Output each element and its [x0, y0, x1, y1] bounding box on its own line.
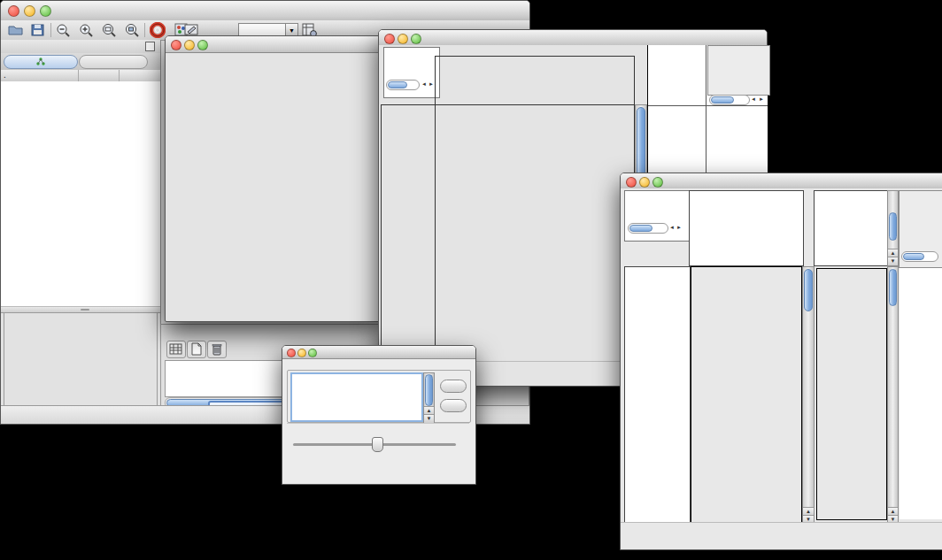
attribute-list-scrollbar[interactable]: ▲ ▼ — [423, 372, 435, 424]
tv2-rowlabel-vscrollbar[interactable]: ▲ ▼ — [887, 266, 899, 525]
save-icon[interactable] — [30, 23, 46, 37]
control-panel: . — [1, 40, 161, 406]
tv2-zoom-heatmap[interactable] — [816, 268, 887, 520]
tv2-usage-hints-panel — [899, 190, 942, 268]
control-panel-tabs — [1, 53, 160, 71]
treeview1-titlebar[interactable] — [379, 30, 767, 46]
attribute-list[interactable] — [290, 372, 423, 422]
dialog-button-row — [282, 464, 475, 482]
scroll-down-icon[interactable]: ▼ — [888, 257, 898, 265]
tv1-view-status-panel: ◄ ► — [383, 47, 440, 98]
scroll-right-icon[interactable]: ► — [676, 223, 682, 232]
tv1-global-heatmap[interactable] — [435, 104, 635, 364]
tv2-button-row — [621, 522, 942, 549]
tv2-collabel-vscrollbar[interactable]: ▲ ▼ — [887, 190, 899, 266]
scroll-left-icon[interactable]: ◄ — [669, 223, 675, 232]
close-button[interactable] — [8, 5, 19, 17]
network-list — [1, 81, 160, 306]
minimize-button[interactable] — [24, 5, 35, 17]
scroll-left-icon[interactable]: ◄ — [751, 95, 756, 104]
tv2-column-labels — [814, 190, 888, 266]
select-attributes-icon[interactable] — [166, 341, 186, 358]
search-input[interactable] — [238, 23, 286, 36]
minimize-button[interactable] — [639, 177, 650, 188]
scroll-down-icon[interactable]: ▼ — [424, 414, 434, 423]
tv2-global-heatmap[interactable] — [691, 266, 802, 523]
tab-network[interactable] — [4, 55, 78, 69]
zoom-in-icon[interactable] — [79, 23, 95, 37]
tab-vizmapper[interactable] — [79, 55, 148, 69]
control-panel-header — [1, 40, 160, 54]
desktop: { "colors":{"accent_blue":"#3c73d8","row… — [0, 0, 942, 560]
view-status-scrollbar[interactable] — [386, 80, 420, 90]
zoom-selected-icon[interactable] — [124, 23, 142, 37]
float-panel-icon[interactable] — [145, 42, 155, 51]
network-tab-icon — [36, 58, 45, 65]
network-canvas[interactable] — [166, 52, 381, 321]
move-down-button[interactable] — [440, 399, 467, 412]
zoom-button[interactable] — [197, 40, 208, 50]
tab-overflow-button[interactable] — [148, 55, 158, 67]
scroll-right-icon[interactable]: ► — [759, 95, 764, 104]
scroll-right-icon[interactable]: ► — [429, 80, 434, 88]
tv1-zoom-heatmap[interactable] — [650, 108, 692, 150]
main-titlebar[interactable] — [1, 1, 529, 21]
close-button[interactable] — [287, 349, 296, 357]
tv1-usage-hints-panel — [707, 45, 770, 96]
zoom-button[interactable] — [411, 34, 421, 44]
network-view-titlebar[interactable] — [166, 36, 382, 53]
tv2-row-labels — [900, 268, 942, 519]
col-network[interactable]: . — [4, 70, 6, 80]
minimize-button[interactable] — [184, 40, 195, 50]
network-view-window — [165, 35, 383, 322]
minimize-button[interactable] — [398, 34, 408, 44]
treeview2-window: ◄ ► ▲ ▼ ▲ ▼ ▲ ▼ — [620, 173, 942, 550]
treeview2-titlebar[interactable] — [621, 173, 942, 189]
map-colors-dialog: ▲ ▼ — [282, 345, 476, 485]
tv1-row-labels — [708, 108, 761, 152]
view-status-scrollbar[interactable] — [628, 223, 668, 234]
zoom-button[interactable] — [652, 177, 663, 188]
scroll-left-icon[interactable]: ◄ — [421, 80, 427, 88]
close-button[interactable] — [384, 34, 395, 44]
zoom-button[interactable] — [40, 5, 51, 17]
minimize-button[interactable] — [297, 349, 306, 357]
zoom-fit-icon[interactable] — [101, 23, 119, 37]
delete-attribute-trash-icon[interactable] — [207, 341, 227, 358]
tv1-column-labels — [648, 45, 705, 104]
tv2-row-dendrogram[interactable] — [624, 266, 691, 523]
tv2-view-status-panel: ◄ ► — [624, 190, 691, 242]
create-attribute-icon[interactable] — [187, 341, 206, 358]
zoom-out-icon[interactable] — [56, 23, 72, 37]
close-button[interactable] — [626, 177, 637, 188]
zoom-button[interactable] — [308, 349, 317, 357]
tv1-usage-scrollbar[interactable] — [709, 95, 750, 105]
tv2-heatmap-vscrollbar[interactable]: ▲ ▼ — [802, 266, 815, 525]
slider-thumb[interactable] — [372, 437, 383, 452]
move-up-button[interactable] — [440, 380, 467, 393]
tv2-column-dendrogram[interactable] — [689, 190, 804, 266]
tv2-usage-scrollbar[interactable] — [901, 251, 938, 262]
open-folder-icon[interactable] — [8, 23, 24, 37]
tv1-row-dendrogram[interactable] — [381, 104, 436, 364]
close-button[interactable] — [171, 40, 181, 50]
help-lifesaver-icon[interactable] — [150, 22, 166, 38]
network-table-header: . — [1, 70, 160, 82]
attribute-list-groupbox: ▲ ▼ — [287, 370, 471, 423]
dialog-titlebar[interactable] — [282, 346, 475, 359]
network-overview-thumbnail[interactable] — [4, 312, 158, 408]
tv1-column-dendrogram[interactable] — [435, 56, 635, 105]
